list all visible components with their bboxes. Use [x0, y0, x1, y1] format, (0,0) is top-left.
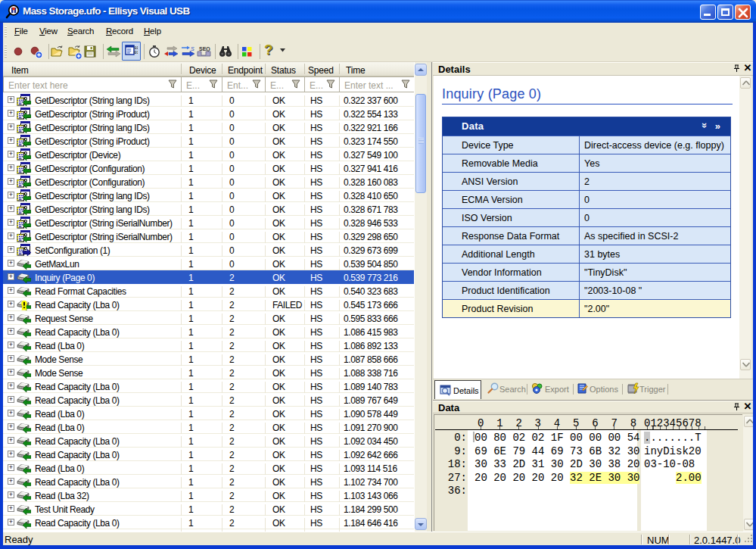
svg-text:01: 01: [134, 50, 138, 55]
svg-text:S: S: [191, 46, 194, 51]
